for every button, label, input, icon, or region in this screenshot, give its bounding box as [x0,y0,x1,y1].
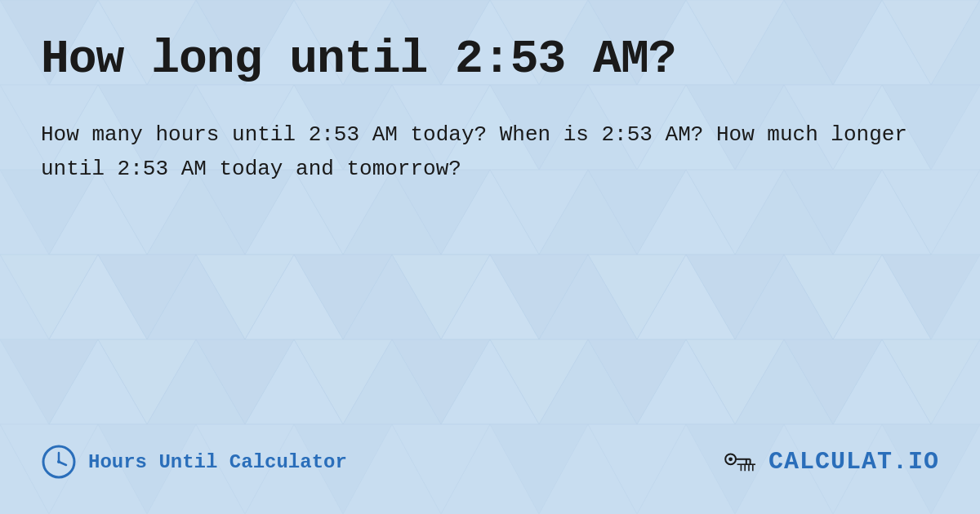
logo-text-highlight: CALCULAT.IO [768,448,939,476]
page-description: How many hours until 2:53 AM today? When… [41,118,939,186]
logo-icon [723,442,762,481]
footer-label: Hours Until Calculator [88,451,347,473]
logo-area: CALCULAT.IO [723,442,939,481]
page-title: How long until 2:53 AM? [41,33,939,86]
footer-branding-left: Hours Until Calculator [41,444,347,480]
footer: Hours Until Calculator CALCULAT.IO [41,442,939,490]
svg-point-110 [57,460,60,463]
clock-icon [41,444,77,480]
svg-point-112 [728,457,733,461]
logo-text: CALCULAT.IO [768,448,939,476]
